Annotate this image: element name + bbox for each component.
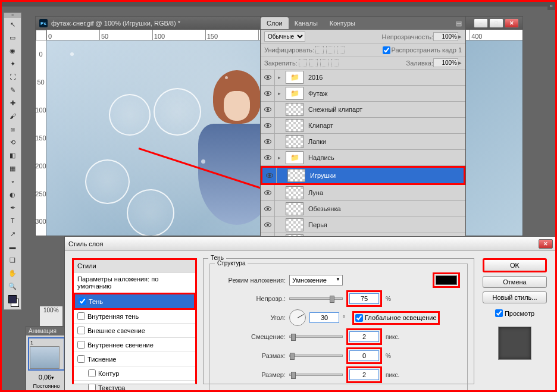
- style-checkbox[interactable]: [77, 355, 85, 363]
- layer-item[interactable]: ▸📁2016: [261, 70, 465, 86]
- lock-position-icon[interactable]: [320, 59, 328, 67]
- shadow-color-swatch[interactable]: [436, 275, 457, 285]
- layer-item[interactable]: Перья: [261, 217, 465, 233]
- style-list-item[interactable]: Внешнее свечение: [74, 324, 195, 338]
- wand-tool[interactable]: ✦: [4, 57, 21, 70]
- eyedropper-tool[interactable]: ✎: [4, 83, 21, 96]
- minimize-button[interactable]: –: [474, 18, 488, 28]
- size-slider[interactable]: [289, 374, 343, 376]
- visibility-toggle[interactable]: [261, 102, 275, 117]
- 3d-tool[interactable]: ❏: [4, 253, 21, 266]
- layer-item[interactable]: Обезьянка: [261, 201, 465, 217]
- style-list-item[interactable]: Внутренняя тень: [74, 309, 195, 324]
- type-tool[interactable]: T: [4, 214, 21, 227]
- visibility-toggle[interactable]: [261, 86, 275, 101]
- angle-wheel[interactable]: [289, 309, 306, 326]
- style-checkbox[interactable]: [88, 369, 96, 377]
- style-list-item[interactable]: Внутреннее свечение: [74, 338, 195, 352]
- style-checkbox[interactable]: [79, 297, 86, 305]
- opacity-input[interactable]: [433, 32, 458, 41]
- crop-tool[interactable]: ⛶: [4, 70, 21, 83]
- propagate-checkbox[interactable]: [383, 46, 390, 54]
- ok-button[interactable]: OK: [483, 258, 547, 272]
- unify-position-icon[interactable]: [315, 46, 324, 54]
- size-input[interactable]: [349, 369, 379, 380]
- layer-item[interactable]: Луна: [261, 185, 465, 201]
- shape-tool[interactable]: ▬: [4, 240, 21, 253]
- lock-pixels-icon[interactable]: [309, 59, 318, 67]
- lasso-tool[interactable]: ◉: [4, 44, 21, 57]
- spread-input[interactable]: [349, 350, 379, 361]
- style-checkbox[interactable]: [88, 384, 96, 391]
- stamp-tool[interactable]: ⧇: [4, 123, 21, 136]
- visibility-toggle[interactable]: [261, 185, 275, 200]
- blend-mode-dropdown[interactable]: Умножение: [289, 275, 343, 286]
- animation-frame[interactable]: 1: [28, 337, 65, 371]
- expand-icon[interactable]: ▸: [275, 74, 283, 80]
- color-swatches[interactable]: [4, 293, 21, 309]
- gradient-tool[interactable]: ▦: [4, 162, 21, 175]
- visibility-toggle[interactable]: [261, 118, 275, 133]
- style-list-item[interactable]: Контур: [74, 366, 195, 381]
- frame-delay[interactable]: 0,06▾: [26, 372, 67, 382]
- fill-input[interactable]: [433, 58, 458, 67]
- history-brush-tool[interactable]: ⟲: [4, 136, 21, 149]
- distance-input[interactable]: [349, 331, 379, 342]
- style-checkbox[interactable]: [77, 327, 85, 334]
- opacity-input[interactable]: [349, 293, 379, 304]
- dodge-tool[interactable]: ◐: [4, 188, 21, 201]
- panel-collapse-icon[interactable]: «: [547, 2, 555, 10]
- path-tool[interactable]: ↗: [4, 227, 21, 240]
- visibility-toggle[interactable]: [261, 201, 275, 217]
- visibility-toggle[interactable]: [261, 150, 275, 165]
- distance-slider[interactable]: [289, 335, 343, 338]
- lock-all-icon[interactable]: [331, 59, 339, 67]
- style-checkbox[interactable]: [77, 341, 85, 349]
- style-checkbox[interactable]: [77, 312, 85, 320]
- panel-menu-icon[interactable]: ▤: [452, 20, 465, 27]
- panel-grip[interactable]: ≡: [4, 13, 21, 18]
- blur-tool[interactable]: ∘: [4, 175, 21, 188]
- loop-mode[interactable]: Постоянно: [26, 382, 67, 390]
- hand-tool[interactable]: ✋: [4, 266, 21, 280]
- blend-mode-select[interactable]: Обычные: [264, 32, 305, 42]
- dialog-close-button[interactable]: ✕: [539, 239, 553, 249]
- cancel-button[interactable]: Отмена: [483, 276, 547, 288]
- heal-tool[interactable]: ✚: [4, 96, 21, 109]
- spread-slider[interactable]: [289, 355, 343, 357]
- layer-item[interactable]: ▸📁Надпись: [261, 150, 465, 166]
- dialog-titlebar[interactable]: Стиль слоя ✕: [65, 237, 556, 251]
- expand-icon[interactable]: ▸: [275, 155, 283, 161]
- style-list-item[interactable]: Текстура: [74, 381, 195, 392]
- tab-paths[interactable]: Контуры: [324, 17, 361, 29]
- layer-item[interactable]: Лапки: [261, 134, 465, 150]
- close-button[interactable]: ✕: [505, 18, 519, 28]
- zoom-tool[interactable]: 🔍: [4, 280, 21, 293]
- style-list-item[interactable]: Параметры наложения: по умолчанию: [74, 272, 195, 293]
- new-style-button[interactable]: Новый стиль...: [483, 291, 547, 303]
- unify-visibility-icon[interactable]: [326, 46, 334, 54]
- layer-item[interactable]: ▸📁Футаж: [261, 86, 465, 102]
- visibility-toggle[interactable]: [262, 168, 277, 183]
- dropdown-icon[interactable]: ▸: [458, 59, 462, 67]
- visibility-toggle[interactable]: [261, 70, 275, 85]
- opacity-slider[interactable]: [289, 297, 343, 300]
- foreground-color[interactable]: [8, 295, 17, 303]
- style-list-item[interactable]: Тиснение: [74, 352, 195, 366]
- style-list-item[interactable]: Тень: [73, 293, 196, 310]
- visibility-toggle[interactable]: [261, 217, 275, 233]
- eraser-tool[interactable]: ◧: [4, 149, 21, 162]
- layer-item[interactable]: Игрушки: [261, 166, 465, 185]
- unify-style-icon[interactable]: [337, 46, 345, 54]
- global-light-checkbox[interactable]: [355, 314, 363, 322]
- layer-item[interactable]: Снежный клипарт: [261, 102, 465, 118]
- preview-checkbox[interactable]: [495, 309, 503, 317]
- marquee-tool[interactable]: ▭: [4, 31, 21, 44]
- brush-tool[interactable]: 🖌: [4, 109, 21, 123]
- pen-tool[interactable]: ✒: [4, 201, 21, 214]
- lock-transparent-icon[interactable]: [299, 59, 307, 67]
- tab-channels[interactable]: Каналы: [289, 17, 324, 29]
- layer-item[interactable]: Клипарт: [261, 118, 465, 134]
- maximize-button[interactable]: □: [489, 18, 503, 28]
- visibility-toggle[interactable]: [261, 134, 275, 149]
